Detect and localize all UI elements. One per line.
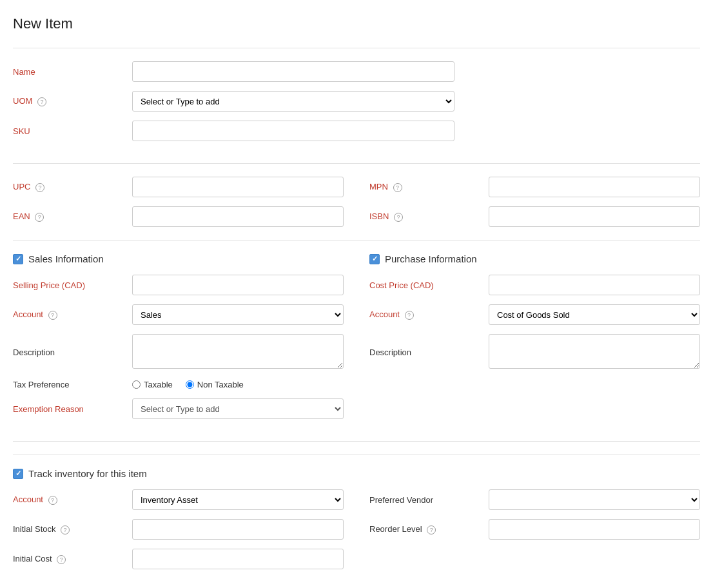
ean-label: EAN ? xyxy=(13,211,132,222)
sales-account-select[interactable]: Sales xyxy=(132,304,344,325)
inventory-heading: Track inventory for this item xyxy=(13,468,700,479)
purchase-account-help-icon[interactable]: ? xyxy=(405,311,414,320)
isbn-row: ISBN ? xyxy=(369,206,700,227)
exemption-reason-field-wrapper: Select or Type to add xyxy=(132,398,344,419)
sales-description-field-wrapper xyxy=(132,334,344,371)
selling-price-field-wrapper xyxy=(132,275,344,295)
initial-stock-row: Initial Stock ? xyxy=(13,519,344,540)
initial-cost-help-icon[interactable]: ? xyxy=(57,555,66,564)
preferred-vendor-field-wrapper xyxy=(489,489,700,510)
purchase-panel: Purchase Information Cost Price (CAD) Ac… xyxy=(369,253,700,441)
reorder-level-input[interactable] xyxy=(489,519,700,540)
ean-row: EAN ? xyxy=(13,206,344,227)
purchase-description-row: Description xyxy=(369,334,700,371)
ean-input[interactable] xyxy=(132,206,344,227)
name-field-wrapper xyxy=(132,61,700,82)
initial-stock-input[interactable] xyxy=(132,519,344,540)
non-taxable-label: Non Taxable xyxy=(197,380,244,389)
identifiers-section: UPC ? MPN ? EAN ? xyxy=(13,177,700,227)
initial-cost-row: Initial Cost ? xyxy=(13,549,344,569)
initial-stock-field-wrapper xyxy=(132,519,344,540)
upc-field-wrapper xyxy=(132,177,344,197)
basic-divider xyxy=(13,163,700,164)
page-title: New Item xyxy=(13,15,700,32)
inventory-section: Track inventory for this item Account ? … xyxy=(13,455,700,569)
inventory-account-help-icon[interactable]: ? xyxy=(48,496,57,505)
non-taxable-radio[interactable] xyxy=(186,380,194,389)
preferred-vendor-select[interactable] xyxy=(489,489,700,510)
preferred-vendor-row: Preferred Vendor xyxy=(369,489,700,510)
inventory-account-select[interactable]: Inventory Asset xyxy=(132,489,344,510)
sales-panel: Sales Information Selling Price (CAD) Ac… xyxy=(13,253,344,441)
purchase-account-label: Account ? xyxy=(369,309,489,320)
reorder-level-row: Reorder Level ? xyxy=(369,519,700,540)
selling-price-input[interactable] xyxy=(132,275,344,295)
isbn-label: ISBN ? xyxy=(369,211,489,222)
sales-account-row: Account ? Sales xyxy=(13,304,344,325)
taxable-label: Taxable xyxy=(144,380,173,389)
purchase-account-row: Account ? Cost of Goods Sold xyxy=(369,304,700,325)
reorder-level-field-wrapper xyxy=(489,519,700,540)
purchase-account-select[interactable]: Cost of Goods Sold xyxy=(489,304,700,325)
isbn-help-icon[interactable]: ? xyxy=(394,213,403,222)
name-label: Name xyxy=(13,67,132,77)
sku-field-wrapper xyxy=(132,121,700,141)
mpn-field-wrapper xyxy=(489,177,700,197)
name-row: Name xyxy=(13,61,700,82)
sales-heading: Sales Information xyxy=(13,253,344,264)
taxable-option[interactable]: Taxable xyxy=(132,380,173,389)
upc-label: UPC ? xyxy=(13,182,132,192)
mpn-row: MPN ? xyxy=(369,177,700,197)
sku-row: SKU xyxy=(13,121,700,141)
initial-stock-label: Initial Stock ? xyxy=(13,524,132,534)
non-taxable-option[interactable]: Non Taxable xyxy=(186,380,244,389)
taxable-radio[interactable] xyxy=(132,380,141,389)
isbn-input[interactable] xyxy=(489,206,700,227)
sku-label: SKU xyxy=(13,126,132,136)
mpn-label: MPN ? xyxy=(369,182,489,192)
purchase-checkbox[interactable] xyxy=(369,254,380,264)
initial-stock-help-icon[interactable]: ? xyxy=(61,525,70,534)
uom-help-icon[interactable]: ? xyxy=(37,97,46,106)
tax-preference-label: Tax Preference xyxy=(13,380,132,389)
ean-help-icon[interactable]: ? xyxy=(35,213,44,222)
initial-cost-input[interactable] xyxy=(132,549,344,569)
purchase-account-field-wrapper: Cost of Goods Sold xyxy=(489,304,700,325)
mpn-help-icon[interactable]: ? xyxy=(393,183,402,192)
upc-help-icon[interactable]: ? xyxy=(35,183,44,192)
sales-checkbox[interactable] xyxy=(13,254,23,264)
uom-select[interactable]: Select or Type to add xyxy=(132,91,454,112)
reorder-level-help-icon[interactable]: ? xyxy=(427,525,436,534)
selling-price-label: Selling Price (CAD) xyxy=(13,280,132,290)
cost-price-label: Cost Price (CAD) xyxy=(369,280,489,290)
sales-description-row: Description xyxy=(13,334,344,371)
sales-description-textarea[interactable] xyxy=(132,334,344,369)
inventory-checkbox[interactable] xyxy=(13,469,23,479)
mpn-input[interactable] xyxy=(489,177,700,197)
upc-input[interactable] xyxy=(132,177,344,197)
uom-label: UOM ? xyxy=(13,96,132,106)
initial-cost-label: Initial Cost ? xyxy=(13,554,132,564)
purchase-heading: Purchase Information xyxy=(369,253,700,264)
basic-info-section: Name UOM ? Select or Type to add SKU xyxy=(13,61,700,163)
reorder-level-label: Reorder Level ? xyxy=(369,524,489,534)
sales-account-help-icon[interactable]: ? xyxy=(48,311,57,320)
exemption-reason-label: Exemption Reason xyxy=(13,404,132,414)
purchase-description-field-wrapper xyxy=(489,334,700,371)
cost-price-field-wrapper xyxy=(489,275,700,295)
purchase-description-textarea[interactable] xyxy=(489,334,700,369)
selling-price-row: Selling Price (CAD) xyxy=(13,275,344,295)
cost-price-row: Cost Price (CAD) xyxy=(369,275,700,295)
cost-price-input[interactable] xyxy=(489,275,700,295)
sku-input[interactable] xyxy=(132,121,454,141)
sales-purchase-panel: Sales Information Selling Price (CAD) Ac… xyxy=(13,253,700,441)
sales-account-field-wrapper: Sales xyxy=(132,304,344,325)
initial-cost-field-wrapper xyxy=(132,549,344,569)
name-input[interactable] xyxy=(132,61,454,82)
inventory-account-field-wrapper: Inventory Asset xyxy=(132,489,344,510)
tax-radio-group: Taxable Non Taxable xyxy=(132,380,244,389)
top-divider xyxy=(13,48,700,48)
preferred-vendor-label: Preferred Vendor xyxy=(369,495,489,505)
exemption-reason-select[interactable]: Select or Type to add xyxy=(132,398,344,419)
identifiers-divider xyxy=(13,240,700,240)
